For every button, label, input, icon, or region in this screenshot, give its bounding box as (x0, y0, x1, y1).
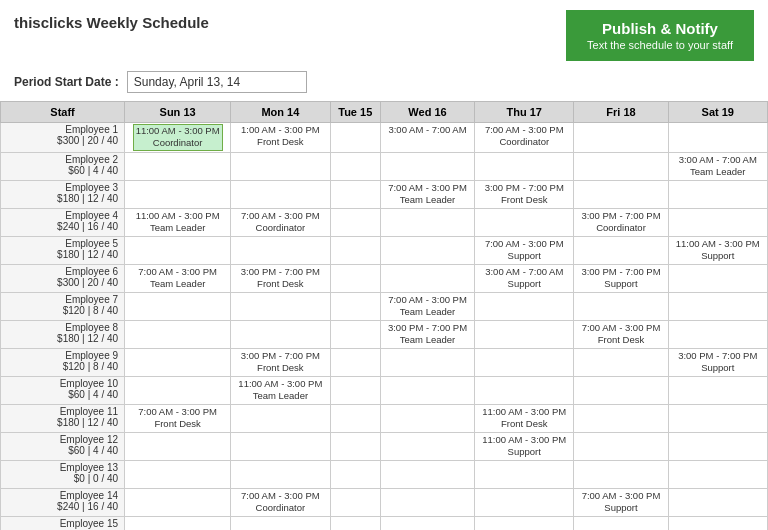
shift-cell-sun (125, 488, 231, 516)
shift-cell-thu (475, 320, 574, 348)
shift-cell-tue (330, 208, 380, 236)
publish-button-title: Publish & Notify (584, 20, 736, 37)
shift-cell-mon: 7:00 AM - 3:00 PMCoordinator (231, 208, 330, 236)
staff-cell: Employee 12$60 | 4 / 40 (1, 432, 125, 460)
staff-cell: Employee 7$120 | 8 / 40 (1, 292, 125, 320)
shift-cell-wed: 7:00 AM - 3:00 PMTeam Leader (380, 292, 474, 320)
staff-cell: Employee 1$300 | 20 / 40 (1, 123, 125, 153)
cell-shift: 11:00 AM - 3:00 PMCoordinator (133, 124, 223, 151)
shift-cell-sun: 7:00 AM - 3:00 PMTeam Leader (125, 264, 231, 292)
shift-cell-fri (574, 516, 668, 530)
shift-cell-tue (330, 376, 380, 404)
table-row: Employee 14$240 | 16 / 407:00 AM - 3:00 … (1, 488, 768, 516)
col-mon: Mon 14 (231, 102, 330, 123)
shift-cell-thu: 3:00 PM - 7:00 PMFront Desk (475, 180, 574, 208)
shift-cell-fri (574, 348, 668, 376)
cell-shift: 11:00 AM - 3:00 PMSupport (477, 434, 571, 459)
table-row: Employee 3$180 | 12 / 407:00 AM - 3:00 P… (1, 180, 768, 208)
cell-shift: 3:00 AM - 7:00 AMTeam Leader (671, 154, 765, 179)
cell-shift: 7:00 AM - 3:00 PMSupport (576, 490, 665, 515)
col-fri: Fri 18 (574, 102, 668, 123)
shift-cell-sun: 11:00 AM - 3:00 PMCoordinator (125, 123, 231, 153)
cell-shift: 7:00 AM - 3:00 PMCoordinator (477, 124, 571, 149)
shift-cell-tue (330, 123, 380, 153)
shift-cell-wed (380, 516, 474, 530)
cell-shift: 3:00 PM - 7:00 PMFront Desk (233, 350, 327, 375)
shift-cell-sun (125, 236, 231, 264)
shift-cell-sat (668, 488, 767, 516)
table-header-row: Staff Sun 13 Mon 14 Tue 15 Wed 16 Thu 17… (1, 102, 768, 123)
staff-cell: Employee 2$60 | 4 / 40 (1, 152, 125, 180)
staff-cell: Employee 5$180 | 12 / 40 (1, 236, 125, 264)
shift-cell-sat (668, 264, 767, 292)
shift-cell-thu: 11:00 AM - 3:00 PMFront Desk (475, 404, 574, 432)
shift-cell-thu (475, 292, 574, 320)
cell-shift: 7:00 AM - 3:00 PMCoordinator (233, 210, 327, 235)
shift-cell-sat (668, 180, 767, 208)
period-start-date-input[interactable] (127, 71, 307, 93)
shift-cell-fri (574, 152, 668, 180)
shift-cell-tue (330, 404, 380, 432)
cell-shift: 11:00 AM - 3:00 PMTeam Leader (127, 210, 228, 235)
cell-shift: 11:00 AM - 3:00 PMTeam Leader (233, 378, 327, 403)
shift-cell-mon (231, 460, 330, 488)
shift-cell-sat (668, 516, 767, 530)
publish-notify-button[interactable]: Publish & Notify Text the schedule to yo… (566, 10, 754, 61)
cell-shift: 1:00 AM - 3:00 PMFront Desk (233, 124, 327, 149)
shift-cell-fri: 3:00 PM - 7:00 PMCoordinator (574, 208, 668, 236)
shift-cell-sat (668, 123, 767, 153)
shift-cell-thu (475, 152, 574, 180)
shift-cell-sun: 7:00 AM - 3:00 PMFront Desk (125, 404, 231, 432)
shift-cell-wed (380, 208, 474, 236)
staff-cell: Employee 11$180 | 12 / 40 (1, 404, 125, 432)
shift-cell-fri: 7:00 AM - 3:00 PMFront Desk (574, 320, 668, 348)
col-thu: Thu 17 (475, 102, 574, 123)
shift-cell-sun (125, 376, 231, 404)
shift-cell-sun: 11:00 AM - 3:00 PMTeam Leader (125, 208, 231, 236)
cell-shift: 3:00 PM - 7:00 PMSupport (576, 266, 665, 291)
cell-shift: 11:00 AM - 3:00 PMSupport (671, 238, 765, 263)
shift-cell-thu (475, 460, 574, 488)
cell-shift: 11:00 AM - 3:00 PMFront Desk (477, 406, 571, 431)
shift-cell-wed: 3:00 AM - 7:00 AM (380, 123, 474, 153)
staff-cell: Employee 6$300 | 20 / 40 (1, 264, 125, 292)
shift-cell-fri (574, 236, 668, 264)
shift-cell-wed (380, 264, 474, 292)
shift-cell-fri: 7:00 AM - 3:00 PMSupport (574, 488, 668, 516)
shift-cell-mon (231, 236, 330, 264)
table-row: Employee 7$120 | 8 / 407:00 AM - 3:00 PM… (1, 292, 768, 320)
shift-cell-fri: 3:00 PM - 7:00 PMSupport (574, 264, 668, 292)
shift-cell-wed: 7:00 AM - 3:00 PMTeam Leader (380, 180, 474, 208)
table-row: Employee 6$300 | 20 / 407:00 AM - 3:00 P… (1, 264, 768, 292)
shift-cell-wed (380, 460, 474, 488)
shift-cell-sat (668, 404, 767, 432)
header: thisclicks Weekly Schedule Publish & Not… (0, 0, 768, 67)
shift-cell-sat (668, 432, 767, 460)
col-tue: Tue 15 (330, 102, 380, 123)
shift-cell-thu (475, 208, 574, 236)
shift-cell-mon (231, 292, 330, 320)
cell-shift: 3:00 PM - 7:00 PMCoordinator (576, 210, 665, 235)
shift-cell-sat (668, 320, 767, 348)
table-row: Employee 9$120 | 8 / 403:00 PM - 7:00 PM… (1, 348, 768, 376)
shift-cell-tue (330, 180, 380, 208)
table-row: Employee 8$180 | 12 / 403:00 PM - 7:00 P… (1, 320, 768, 348)
publish-button-subtitle: Text the schedule to your staff (584, 39, 736, 51)
shift-cell-mon: 1:00 AM - 3:00 PMFront Desk (231, 123, 330, 153)
shift-cell-thu (475, 488, 574, 516)
shift-cell-sun (125, 348, 231, 376)
cell-shift: 7:00 AM - 3:00 PMSupport (477, 238, 571, 263)
shift-cell-mon (231, 404, 330, 432)
cell-shift: 7:00 AM - 3:00 PMFront Desk (576, 322, 665, 347)
shift-cell-thu (475, 348, 574, 376)
shift-cell-thu: 7:00 AM - 3:00 PMSupport (475, 236, 574, 264)
shift-cell-wed (380, 432, 474, 460)
shift-cell-wed (380, 152, 474, 180)
shift-cell-wed (380, 404, 474, 432)
staff-cell: Employee 14$240 | 16 / 40 (1, 488, 125, 516)
shift-cell-tue (330, 516, 380, 530)
table-row: Employee 2$60 | 4 / 403:00 AM - 7:00 AMT… (1, 152, 768, 180)
shift-cell-mon: 11:00 AM - 3:00 PMTeam Leader (231, 376, 330, 404)
table-row: Employee 4$240 | 16 / 4011:00 AM - 3:00 … (1, 208, 768, 236)
shift-cell-tue (330, 488, 380, 516)
